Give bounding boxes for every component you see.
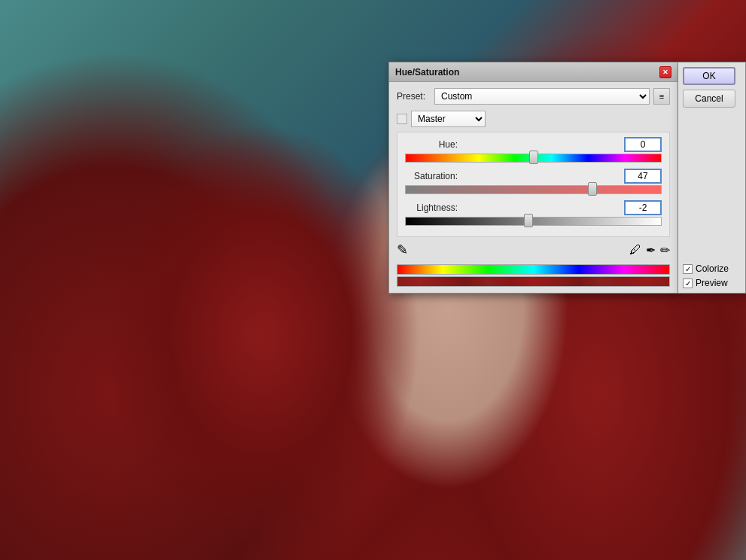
preset-select-wrapper: Custom	[434, 88, 650, 105]
eyedropper-icons: 🖊 ✒ ✏	[629, 243, 670, 257]
colorize-row: ✓ Colorize	[683, 263, 741, 274]
lightness-thumb[interactable]	[524, 214, 533, 227]
channel-checkbox[interactable]	[397, 114, 407, 124]
eyedropper-subtract-icon[interactable]: ✏	[660, 243, 670, 257]
color-bars	[397, 264, 670, 287]
eyedropper-add-icon[interactable]: ✒	[646, 243, 656, 257]
lightness-value-input[interactable]	[624, 200, 662, 215]
preset-select[interactable]: Custom	[434, 88, 650, 105]
lightness-row: Lightness:	[405, 200, 662, 215]
hue-row: Hue:	[405, 137, 662, 152]
saturation-row: Saturation:	[405, 169, 662, 184]
preset-label: Preset:	[397, 91, 431, 102]
dialog-main-panel: Hue/Saturation ✕ Preset: Custom ≡	[388, 62, 678, 294]
cancel-button[interactable]: Cancel	[683, 90, 735, 108]
preview-checkbox[interactable]: ✓	[683, 278, 693, 288]
lightness-slider-container[interactable]	[405, 217, 662, 229]
close-button[interactable]: ✕	[659, 66, 671, 78]
dialog-body: Preset: Custom ≡ Master Reds Yellows Gre…	[389, 82, 677, 293]
preset-menu-button[interactable]: ≡	[653, 88, 670, 105]
sliders-panel: Hue: Saturation:	[397, 132, 670, 237]
channel-row: Master Reds Yellows Greens Cyans Blues M…	[397, 111, 670, 127]
preview-label: Preview	[696, 278, 728, 288]
channel-select[interactable]: Master Reds Yellows Greens Cyans Blues M…	[411, 111, 486, 127]
channel-select-wrapper: Master Reds Yellows Greens Cyans Blues M…	[411, 111, 486, 127]
saturation-slider-container[interactable]	[405, 185, 662, 200]
color-bar-source	[397, 264, 670, 275]
hue-label: Hue:	[405, 139, 458, 150]
hue-thumb[interactable]	[529, 151, 538, 164]
colorize-checkbox[interactable]: ✓	[683, 264, 693, 274]
hue-slider-container[interactable]	[405, 154, 662, 169]
dialog-titlebar: Hue/Saturation ✕	[389, 62, 677, 82]
hue-saturation-dialog: Hue/Saturation ✕ Preset: Custom ≡	[388, 62, 746, 294]
colorize-label: Colorize	[696, 263, 729, 274]
saturation-track[interactable]	[405, 185, 662, 194]
saturation-label: Saturation:	[405, 171, 458, 181]
saturation-value-input[interactable]	[624, 169, 662, 184]
lightness-track[interactable]	[405, 217, 662, 226]
hue-value-input[interactable]	[624, 137, 662, 152]
saturation-thumb[interactable]	[588, 182, 597, 196]
dialog-title: Hue/Saturation	[395, 67, 459, 78]
lightness-label: Lightness:	[405, 202, 458, 213]
color-bar-result	[397, 276, 670, 287]
preview-row: ✓ Preview	[683, 278, 741, 288]
dialog-side-panel: OK Cancel ✓ Colorize ✓ Preview	[678, 62, 746, 294]
hand-tool-icon[interactable]: ✎	[397, 242, 408, 258]
ok-button[interactable]: OK	[683, 67, 735, 85]
preset-row: Preset: Custom ≡	[397, 88, 670, 105]
eyedropper-icon[interactable]: 🖊	[629, 243, 641, 257]
checkboxes-area: ✓ Colorize ✓ Preview	[683, 263, 741, 288]
tools-row: ✎ 🖊 ✒ ✏	[397, 242, 670, 258]
